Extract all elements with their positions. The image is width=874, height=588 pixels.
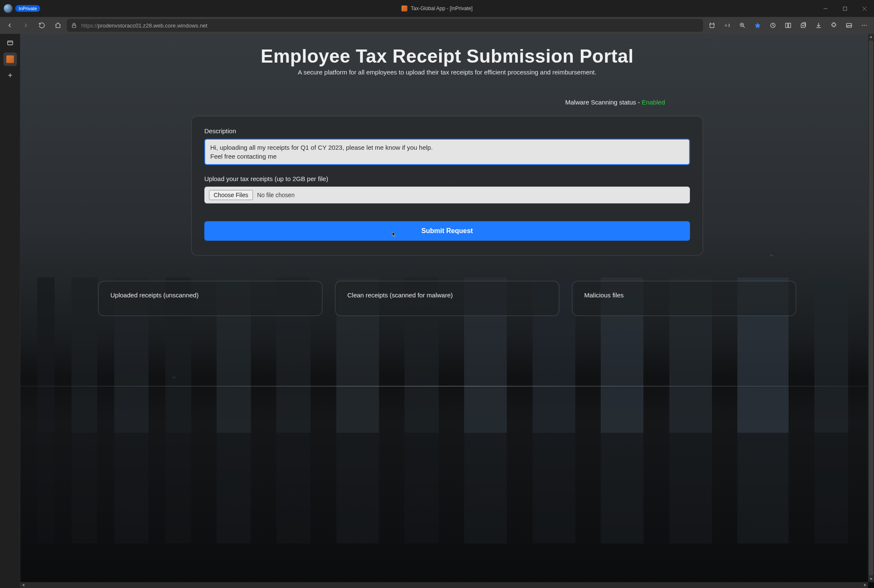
collections-icon[interactable] — [796, 19, 811, 32]
svg-rect-1 — [843, 7, 847, 10]
window-maximize-button[interactable] — [835, 0, 855, 17]
description-label: Description — [204, 127, 690, 135]
ext-refresh-icon[interactable] — [766, 19, 780, 32]
address-toolbar: https://prodenvstoracc01.z28.web.core.wi… — [0, 17, 874, 34]
upload-label: Upload your tax receipts (up to 2GB per … — [204, 175, 690, 182]
svg-rect-12 — [786, 23, 788, 28]
nav-home-button[interactable] — [51, 19, 65, 32]
malicious-panel-title: Malicious files — [584, 291, 784, 299]
malicious-files-panel: Malicious files — [572, 281, 796, 316]
sidebar-new-tab-button[interactable] — [3, 69, 17, 82]
clean-receipts-panel: Clean receipts (scanned for malware) — [335, 281, 559, 316]
lock-icon — [71, 22, 77, 28]
sidebar-favicon-icon — [6, 55, 14, 63]
favorite-star-icon[interactable] — [750, 19, 765, 32]
sidebar-tab-actions-icon[interactable] — [3, 36, 17, 50]
malware-scan-status: Malware Scanning status - Enabled — [183, 99, 712, 106]
choose-files-button[interactable]: Choose Files — [209, 190, 253, 200]
page-title: Employee Tax Receipt Submission Portal — [20, 46, 874, 67]
nav-back-button[interactable] — [3, 19, 17, 32]
svg-point-20 — [864, 25, 865, 26]
vertical-tabs-sidebar — [0, 34, 20, 588]
read-aloud-icon[interactable]: A — [720, 19, 734, 32]
screenshot-icon[interactable] — [842, 19, 856, 32]
tab-favicon-icon — [401, 5, 407, 11]
file-input-row[interactable]: Choose Files No file chosen — [204, 187, 690, 203]
svg-point-19 — [862, 25, 863, 26]
more-menu-icon[interactable] — [857, 19, 871, 32]
inprivate-badge: InPrivate — [15, 5, 40, 12]
svg-marker-10 — [755, 22, 760, 28]
address-url: https://prodenvstoracc01.z28.web.core.wi… — [81, 22, 207, 29]
scan-status-value: Enabled — [642, 99, 665, 106]
zoom-icon[interactable] — [735, 19, 750, 32]
split-screen-icon[interactable] — [781, 19, 795, 32]
downloads-icon[interactable] — [811, 19, 826, 32]
nav-refresh-button[interactable] — [35, 19, 49, 32]
svg-rect-4 — [72, 25, 76, 27]
window-titlebar: InPrivate Tax-Global App - [InPrivate] — [0, 0, 874, 17]
svg-text:A: A — [725, 23, 727, 27]
browser-tab[interactable]: Tax-Global App - [InPrivate] — [401, 5, 473, 11]
submission-form-card: Description Hi, uploading all my receipt… — [191, 116, 703, 256]
description-textarea[interactable]: Hi, uploading all my receipts for Q1 of … — [204, 139, 690, 165]
file-status-text: No file chosen — [257, 192, 295, 198]
scan-status-label: Malware Scanning status - — [565, 99, 642, 106]
address-field[interactable]: https://prodenvstoracc01.z28.web.core.wi… — [67, 19, 703, 32]
window-close-button[interactable] — [855, 0, 874, 17]
svg-line-7 — [743, 26, 745, 27]
clean-panel-title: Clean receipts (scanned for malware) — [347, 291, 547, 299]
window-minimize-button[interactable] — [816, 0, 835, 17]
submit-request-button[interactable]: Submit Request — [204, 221, 690, 241]
extensions-icon[interactable] — [827, 19, 841, 32]
nav-forward-button[interactable] — [19, 19, 33, 32]
uploaded-panel-title: Uploaded receipts (unscanned) — [110, 291, 310, 299]
shopping-icon[interactable] — [705, 19, 719, 32]
profile-avatar[interactable] — [3, 4, 13, 13]
tab-title: Tax-Global App - [InPrivate] — [411, 5, 473, 11]
page-subtitle: A secure platform for all employees to u… — [20, 69, 874, 76]
svg-point-21 — [866, 25, 867, 26]
uploaded-receipts-panel: Uploaded receipts (unscanned) — [98, 281, 322, 316]
svg-rect-22 — [8, 41, 13, 45]
svg-rect-13 — [789, 23, 791, 28]
sidebar-tab-current[interactable] — [3, 52, 17, 66]
